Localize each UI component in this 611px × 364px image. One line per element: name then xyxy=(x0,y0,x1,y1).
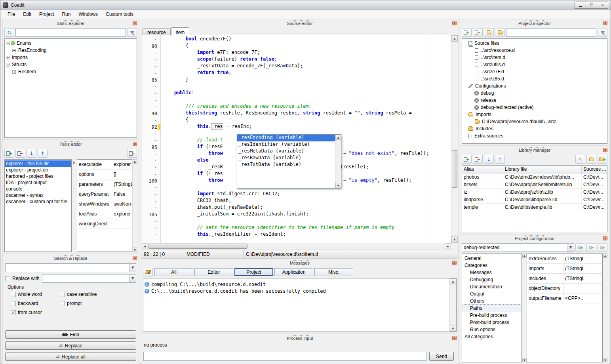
menu-item-edit[interactable]: Edit xyxy=(19,10,35,18)
category-item-paths[interactable]: Paths xyxy=(462,305,522,312)
category-item-post-build-process[interactable]: Post-build process xyxy=(462,319,522,326)
chevron-down-icon[interactable]: ▼ xyxy=(129,274,136,282)
titlebar[interactable]: Coedit × xyxy=(0,0,611,10)
panel-close-button[interactable]: x xyxy=(452,21,457,25)
chevron-down-icon[interactable]: ▼ xyxy=(567,244,574,252)
tab-item[interactable]: item xyxy=(171,27,190,36)
panel-close-button[interactable]: x xyxy=(133,256,137,260)
tree-item-structs[interactable]: −Structs xyxy=(5,61,137,68)
category-item-output[interactable]: Output xyxy=(462,290,522,297)
panel-close-button[interactable]: x xyxy=(452,336,457,340)
tree-item-src-e7f-d[interactable]: ..\src\e7F.d xyxy=(462,68,607,75)
minimize-button[interactable] xyxy=(575,2,586,9)
open-library-file-button[interactable] xyxy=(586,155,596,164)
editor-horizontal-scrollbar[interactable]: ◀ ▶ xyxy=(142,243,451,249)
tools-grid-scrollbar[interactable]: ▲ ▼ xyxy=(132,159,137,252)
send-button[interactable]: Send xyxy=(429,352,454,361)
library-row[interactable]: phobosC:\Dev\dmd2\windows\lib\phob...C:\… xyxy=(462,173,607,181)
tools-list-item[interactable]: harbored - project files xyxy=(5,173,71,179)
filter-button-application[interactable]: Application xyxy=(274,268,313,276)
search-term-combobox[interactable]: ▼ xyxy=(5,263,136,272)
remove-source-button[interactable]: − xyxy=(473,28,483,37)
panel-close-button[interactable]: x xyxy=(133,21,137,25)
messages-scrollbar[interactable]: ▲ ▼ xyxy=(449,278,456,332)
property-value[interactable]: (TStringL xyxy=(563,274,602,283)
property-value[interactable]: [] xyxy=(112,170,132,179)
tree-item-release[interactable]: release xyxy=(462,97,607,104)
tree-item-imports[interactable]: +Imports xyxy=(5,54,137,61)
category-item-documentation[interactable]: Documentation xyxy=(462,283,522,290)
tree-item-debug-redirected-active[interactable]: debug-redirected (active) xyxy=(462,104,607,111)
library-row[interactable]: izC:\Dev\dproj\iz\lib\iz.libC:\Dev\... xyxy=(462,189,607,196)
tools-list-item[interactable]: explorer - this file dir xyxy=(5,160,71,167)
tree-item-src-z85-d[interactable]: ..\src\z85.d xyxy=(462,75,607,82)
tree-expander-icon[interactable]: + xyxy=(12,70,16,74)
property-value[interactable]: explorer xyxy=(112,209,132,219)
completion-scrollbar[interactable]: ▲ ▼ xyxy=(335,135,341,188)
panel-close-button[interactable]: x xyxy=(452,261,457,265)
message-row[interactable]: icompiling C:\...\build\resource.d.coedi… xyxy=(143,281,456,288)
execute-tool-button[interactable]: ✎ xyxy=(127,149,137,158)
scroll-up-icon[interactable]: ▲ xyxy=(522,253,527,258)
clear-filter-button[interactable] xyxy=(598,28,607,37)
completion-item[interactable]: _resMetaData (variable) xyxy=(237,148,335,155)
scroll-down-icon[interactable]: ▼ xyxy=(522,358,527,362)
tools-list-item[interactable]: console xyxy=(5,186,71,192)
scroll-down-icon[interactable]: ▼ xyxy=(603,358,607,362)
tree-expander-icon[interactable]: + xyxy=(12,49,16,52)
menu-item-run[interactable]: Run xyxy=(58,10,74,18)
library-row[interactable]: libdparseC:\Dev\dlibs\libdparse.libC:\De… xyxy=(462,196,607,204)
column-header-sources[interactable]: Sources ... xyxy=(582,166,607,173)
replace-with-checkbox[interactable]: Replace with xyxy=(5,276,40,281)
move-tool-down-button[interactable]: ↓ xyxy=(27,149,36,158)
code-editor[interactable]: ·80····85····90·92··95····100····105··· … xyxy=(142,35,458,249)
replace-all-button[interactable]: ⇄ Replace all xyxy=(5,353,136,361)
tree-expander-icon[interactable]: − xyxy=(6,63,10,67)
tree-item-resitem[interactable]: +ResItem xyxy=(5,68,137,75)
tree-item-imports[interactable]: Imports xyxy=(462,111,607,118)
library-row[interactable]: templeC:\Dev\dlibs\temple.libC:\Dev\r... xyxy=(462,204,607,211)
process-input-field[interactable] xyxy=(143,352,426,361)
checkbox-backward[interactable]: backward xyxy=(11,301,58,306)
tree-item-src-utils-d[interactable]: ..\src\utils.d xyxy=(462,61,607,68)
tree-item-resencoding[interactable]: +ResEncoding xyxy=(5,47,137,54)
refresh-button[interactable]: ↻ xyxy=(4,28,14,37)
scroll-up-icon[interactable]: ▲ xyxy=(450,278,456,284)
clear-filter-button[interactable] xyxy=(127,28,137,37)
categories-scrollbar[interactable]: ▲ ▼ xyxy=(522,253,527,362)
add-library-button[interactable]: + xyxy=(462,155,472,164)
add-library-folder-button[interactable]: + xyxy=(598,155,607,164)
scrollbar-thumb[interactable] xyxy=(452,150,457,188)
message-row[interactable]: iC:\...\build\resource.d.coedit has been… xyxy=(143,288,456,294)
replace-button[interactable]: ⇄ Replace xyxy=(5,341,136,350)
menu-item-file[interactable]: File xyxy=(4,10,19,18)
property-value[interactable]: <CPP>.. xyxy=(563,293,602,303)
property-value[interactable]: explorer xyxy=(112,160,132,169)
tree-item-enums[interactable]: −Enums xyxy=(5,40,137,47)
tree-item-src-item-d[interactable]: ..\src\item.d xyxy=(462,54,607,61)
tree-item-configurations[interactable]: Configurations xyxy=(462,82,607,90)
filter-button-project[interactable]: Project xyxy=(234,268,273,276)
checkbox-whole-word[interactable]: whole word xyxy=(11,292,58,297)
remove-configuration-button[interactable]: ☼− xyxy=(586,243,596,252)
category-item-run-options[interactable]: Run options xyxy=(462,326,522,333)
property-value[interactable]: swoNon xyxy=(112,199,132,209)
grid-expander-icon[interactable] xyxy=(73,161,75,164)
edit-library-button[interactable]: ✎ xyxy=(575,155,585,164)
tree-expander-icon[interactable]: + xyxy=(6,56,10,59)
category-item-general[interactable]: General xyxy=(462,255,522,262)
scroll-right-icon[interactable]: ▶ xyxy=(445,243,451,249)
property-value[interactable]: False xyxy=(112,189,132,199)
completion-item[interactable]: _resEncoding (variable) xyxy=(237,135,335,141)
remove-library-button[interactable]: − xyxy=(473,155,483,164)
tree-item-extra-sources[interactable]: Extra sources xyxy=(462,132,607,139)
move-library-down-button[interactable]: ↓ xyxy=(484,155,494,164)
menu-item-project[interactable]: Project xyxy=(35,10,58,18)
add-source-button[interactable]: + xyxy=(462,28,472,37)
folder-button[interactable] xyxy=(495,28,505,37)
property-value[interactable]: (TStringL xyxy=(563,254,602,263)
property-value[interactable]: (TStringL xyxy=(112,179,132,189)
category-item-messages[interactable]: Messages xyxy=(462,269,522,276)
menu-item-windows[interactable]: Windows xyxy=(74,10,102,18)
filter-button-editor[interactable]: Editor xyxy=(194,268,233,276)
